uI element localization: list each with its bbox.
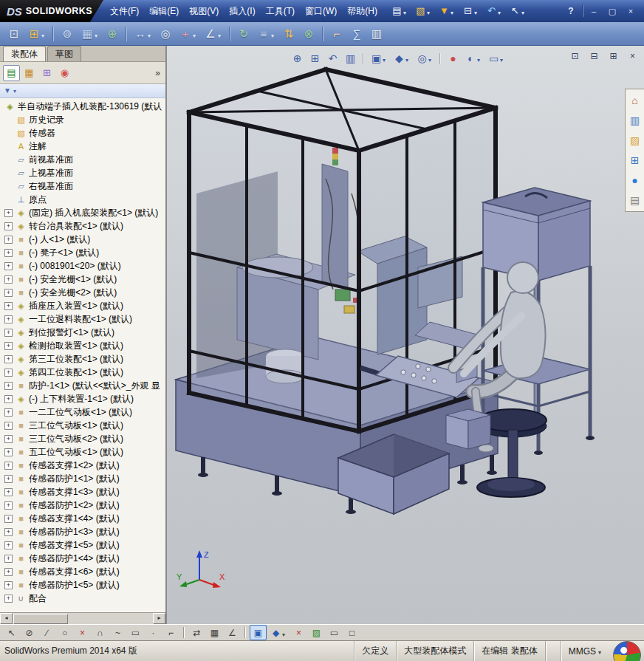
expander-icon[interactable] [4,541,13,549]
smart-dimension-button[interactable]: ⊘ [21,625,38,640]
scroll-left-icon[interactable] [0,613,13,624]
popout-pane-button[interactable]: ⊞ [606,49,620,63]
mass-properties-button[interactable]: ∑ [347,24,366,44]
move-component-button[interactable]: ↔ [131,24,155,44]
expander-icon[interactable] [4,275,13,284]
section-properties-button[interactable]: ▥ [367,24,386,44]
dropdown-arrow-icon[interactable] [427,4,432,18]
dropdown-arrow-icon[interactable] [193,27,198,41]
restore-pane-button[interactable]: ⊡ [568,49,582,63]
menu-item[interactable]: 工具(T) [261,4,300,19]
tree-item[interactable]: ■ 传感器支撑1<4> (默认) [0,512,165,525]
sketch-arc-button[interactable]: ∩ [92,625,109,640]
expander-icon[interactable] [4,422,13,430]
save-document-button[interactable]: ▼ [436,1,458,21]
open-document-button[interactable]: ▧ [412,1,434,21]
tree-item[interactable]: ▱ 上视基准面 [0,166,165,179]
sketch-point-button[interactable]: · [145,625,162,640]
new-motion-study-button[interactable]: ↻ [234,24,253,44]
dropdown-arrow-icon[interactable] [500,52,505,65]
tree-item[interactable]: ⊥ 原点 [0,193,165,206]
expander-icon[interactable] [4,595,13,603]
expander-icon[interactable] [4,555,13,563]
commandmanager-tab[interactable]: 装配体 [3,46,46,61]
expander-icon[interactable] [4,289,13,297]
tree-item[interactable]: ■ 传感器防护1<5> (默认) [0,578,165,592]
assembly-features-button[interactable]: + [176,24,200,44]
expander-icon[interactable] [4,369,13,377]
menu-item[interactable]: 文件(F) [105,4,144,19]
expander-icon[interactable] [4,515,13,523]
configurationmanager-tab-button[interactable]: ⊞ [38,65,55,81]
tree-item[interactable]: ■ 五工位气动板<1> (默认) [0,445,165,459]
scrollbar-thumb[interactable] [13,614,68,624]
convert-entities-button[interactable]: ⌐ [162,625,179,640]
expander-icon[interactable] [4,462,13,470]
status-item[interactable]: MMGS [561,641,609,661]
assembly-model[interactable] [167,46,644,624]
status-item[interactable]: 在编辑 装配体 [473,641,544,661]
tree-item[interactable]: ■ (-) 安全光栅<1> (默认) [0,273,165,286]
tree-item[interactable]: ◈ 到位报警灯<1> (默认) [0,326,165,339]
expander-icon[interactable] [4,222,13,230]
tree-item[interactable]: ◈ 插座压入装置<1> (默认) [0,299,165,312]
tree-item[interactable]: ▱ 前视基准面 [0,153,165,166]
commandmanager-tab[interactable]: 草图 [47,46,81,61]
select-pointer-button[interactable]: ↖ [507,1,529,21]
insert-components-button[interactable]: ⊞ [24,24,49,44]
sketch-rectangle-button[interactable]: ▭ [127,625,144,640]
isolate-button[interactable]: ▣ [250,625,267,640]
quick-snaps-button[interactable]: ▨ [308,625,325,640]
expander-icon[interactable] [4,262,13,270]
tree-item[interactable]: ■ (-) 人<1> (默认) [0,233,165,246]
panel-tabs-overflow-button[interactable]: » [155,68,162,78]
apply-scene-button[interactable]: ◐ [462,49,484,68]
sketch-line-button[interactable]: ∕ [38,625,55,640]
dropdown-arrow-icon[interactable] [474,4,479,18]
status-item[interactable] [545,641,561,661]
tree-item[interactable]: ■ 传感器支撑1<2> (默认) [0,459,165,472]
display-style-button[interactable]: ◆ [391,49,413,68]
menu-item[interactable]: 视图(V) [184,4,224,19]
expander-icon[interactable] [4,329,13,337]
undo-button[interactable]: ↶ [483,1,505,21]
dropdown-arrow-icon[interactable] [403,4,408,18]
expander-icon[interactable] [4,448,13,456]
expander-icon[interactable] [4,528,13,536]
mate-button[interactable]: ⊚ [58,24,77,44]
tree-item[interactable]: ▧ 传感器 [0,126,165,140]
print-document-button[interactable]: ⊟ [459,1,482,21]
sketch-circle-button[interactable]: ○ [56,625,73,640]
tree-item[interactable]: ■ 传感器支撑1<6> (默认) [0,565,165,578]
scroll-right-icon[interactable] [153,613,165,624]
delete-feature-button[interactable]: × [290,625,307,640]
dropdown-arrow-icon[interactable] [405,52,411,65]
dropdown-arrow-icon[interactable] [498,4,503,18]
tree-item[interactable]: ◈ 第三工位装配<1> (默认) [0,352,165,366]
design-library-button[interactable]: ▥ [627,112,643,129]
dropdown-arrow-icon[interactable] [598,646,601,657]
expander-icon[interactable] [4,355,13,363]
smart-fasteners-button[interactable]: ⊕ [103,24,122,44]
tree-item[interactable]: ▱ 右视基准面 [0,179,165,193]
propertymanager-tab-button[interactable]: ▦ [21,65,38,81]
solidworks-resources-button[interactable]: ⌂ [627,92,643,109]
exploded-view-button[interactable]: ⇅ [279,24,298,44]
dropdown-arrow-icon[interactable] [148,27,153,41]
expander-icon[interactable] [4,568,13,576]
reference-geometry-button[interactable]: ∠ [201,24,225,44]
assembly-visualization-button[interactable]: ◆ [267,625,290,640]
menu-item[interactable]: 窗口(W) [300,4,342,19]
tree-item[interactable]: ■ 传感器支撑1<5> (默认) [0,538,165,552]
status-item[interactable]: 大型装配体模式 [396,641,473,661]
view-palette-button[interactable]: ⊞ [627,151,643,169]
tree-item[interactable]: ■ 传感器防护1<1> (默认) [0,472,165,485]
expander-icon[interactable] [4,475,13,483]
tree-item[interactable]: ■ 传感器防护1<4> (默认) [0,552,165,565]
blank-view-button[interactable]: □ [343,625,360,640]
tree-item[interactable]: ■ 三工位气动板<2> (默认) [0,432,165,445]
expander-icon[interactable] [4,249,13,257]
section-view-button[interactable]: ▥ [342,49,359,68]
interference-detection-button[interactable]: ⊗ [299,24,318,44]
tree-item[interactable]: ■ 防护-1<1> (默认<<默认>_外观 显 [0,379,165,392]
